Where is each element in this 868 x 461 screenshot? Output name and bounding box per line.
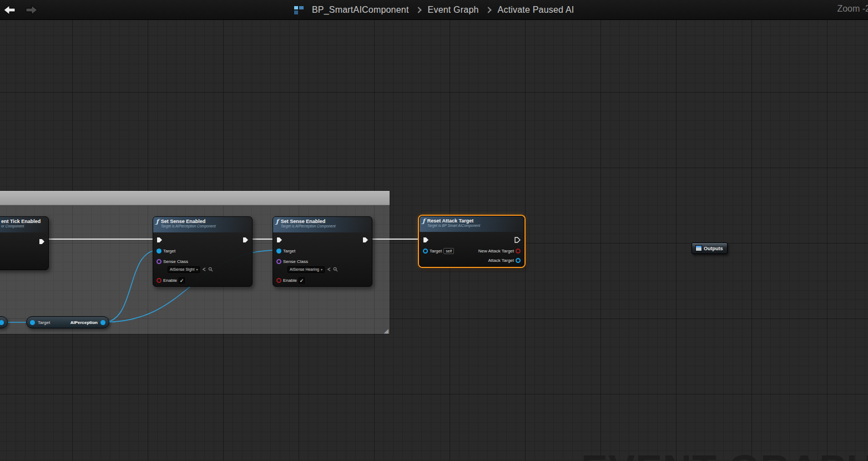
sense-class-dropdown[interactable]: AISense Hearing ▾ — [287, 266, 325, 273]
node-title: Set Sense Enabled — [281, 219, 336, 224]
node-set-sense-enabled-2[interactable]: ƒ Set Sense Enabled Target is AIPercepti… — [272, 216, 372, 287]
outputs-label: Outputs — [704, 246, 723, 251]
chevron-right-icon — [485, 7, 491, 13]
breadcrumb-function[interactable]: Activate Paused AI — [498, 5, 574, 15]
attack-target-pin[interactable] — [516, 258, 521, 263]
node-header[interactable]: ƒ Set Sense Enabled Target is AIPercepti… — [273, 217, 372, 232]
variable-name: AIPerception — [70, 320, 98, 325]
node-subtitle: Target is AIPerception Component — [161, 224, 216, 228]
exec-out-pin[interactable] — [514, 237, 521, 243]
enable-checkbox-checked[interactable]: ✓ — [179, 277, 185, 283]
function-icon: ƒ — [156, 219, 159, 225]
breadcrumb: BP_SmartAIComponent Event Graph Activate… — [294, 0, 574, 20]
pin-label: Target — [283, 249, 295, 254]
browse-asset-icon[interactable] — [208, 267, 213, 272]
comment-header[interactable] — [0, 191, 390, 205]
function-icon: ƒ — [422, 218, 425, 224]
node-header[interactable]: ƒ Reset Attack Target Target is BP Smart… — [420, 216, 524, 232]
target-pin[interactable] — [423, 249, 428, 254]
new-attack-target-pin[interactable] — [516, 249, 521, 254]
sense-class-pin[interactable] — [276, 259, 281, 264]
back-button[interactable] — [3, 3, 17, 17]
node-title: Set Sense Enabled — [161, 219, 216, 224]
reset-to-default-icon[interactable] — [326, 267, 331, 272]
comment-resize-handle[interactable]: ◢ — [384, 328, 388, 333]
node-set-component-tick-enabled[interactable]: ent Tick Enabled or Component — [0, 216, 49, 270]
node-get-aiperception[interactable]: Target AIPerception — [26, 316, 109, 328]
node-subtitle: or Component — [1, 224, 41, 228]
graph-watermark: EVENT GRAPH — [581, 447, 868, 461]
forward-button[interactable] — [25, 3, 39, 17]
target-self-literal[interactable]: self — [443, 248, 454, 254]
node-title: Reset Attack Target — [427, 218, 480, 224]
breadcrumb-graph[interactable]: Event Graph — [428, 5, 479, 15]
exec-in-pin[interactable] — [276, 237, 282, 243]
exec-in-pin[interactable] — [423, 237, 429, 243]
exec-out-pin[interactable] — [39, 239, 45, 245]
node-subtitle: Target is BP Smart AIComponent — [427, 224, 480, 227]
breadcrumb-bar: BP_SmartAIComponent Event Graph Activate… — [0, 0, 868, 20]
function-icon: ƒ — [276, 219, 279, 225]
target-pin[interactable] — [30, 320, 35, 325]
exec-in-pin[interactable] — [157, 237, 163, 243]
exec-out-pin[interactable] — [243, 237, 249, 243]
output-pin[interactable] — [100, 320, 105, 325]
node-title: ent Tick Enabled — [1, 219, 41, 224]
blueprint-icon — [294, 6, 304, 14]
pin-label: Enable — [163, 278, 177, 283]
pin-label: Sense Class — [283, 259, 308, 264]
blueprint-editor: EVENT GRAPH ◢ ent Tick Enabled or Compon… — [0, 0, 868, 461]
enable-pin[interactable] — [157, 278, 162, 283]
node-header[interactable]: ent Tick Enabled or Component — [0, 217, 48, 232]
enable-pin[interactable] — [276, 278, 281, 283]
pin-label: Enable — [283, 278, 297, 283]
sense-class-pin[interactable] — [157, 259, 162, 264]
enable-checkbox-checked[interactable]: ✓ — [299, 277, 305, 283]
sense-class-value: AISense Sight — [170, 267, 194, 272]
chevron-right-icon — [415, 7, 421, 13]
chevron-down-icon: ▾ — [321, 267, 322, 272]
exec-out-pin[interactable] — [362, 237, 369, 243]
chevron-down-icon: ▾ — [196, 267, 198, 272]
pin-label: Attack Target — [488, 258, 514, 263]
breadcrumb-asset[interactable]: BP_SmartAIComponent — [312, 5, 409, 15]
node-header[interactable]: ƒ Set Sense Enabled Target is AIPercepti… — [153, 217, 252, 232]
browse-asset-icon[interactable] — [333, 267, 338, 272]
pin-label: Target — [38, 320, 50, 325]
target-pin[interactable] — [276, 249, 281, 254]
pin-label: Target — [163, 249, 175, 254]
sense-class-value: AISense Hearing — [290, 267, 319, 272]
reset-to-default-icon[interactable] — [201, 267, 206, 272]
zoom-level: Zoom -2 — [837, 4, 868, 14]
node-outputs[interactable]: Outputs — [692, 242, 728, 254]
node-subtitle: Target is AIPerception Component — [281, 224, 336, 228]
node-set-sense-enabled-1[interactable]: ƒ Set Sense Enabled Target is AIPercepti… — [153, 216, 253, 287]
pin-label: New Attack Target — [478, 249, 514, 254]
pin-label: Target — [430, 249, 442, 254]
target-pin[interactable] — [157, 249, 162, 254]
node-reset-attack-target[interactable]: ƒ Reset Attack Target Target is BP Smart… — [419, 216, 524, 267]
outputs-icon — [696, 246, 702, 251]
output-pin[interactable] — [0, 320, 4, 325]
sense-class-dropdown[interactable]: AISense Sight ▾ — [168, 266, 200, 273]
pin-label: Sense Class — [163, 259, 188, 264]
